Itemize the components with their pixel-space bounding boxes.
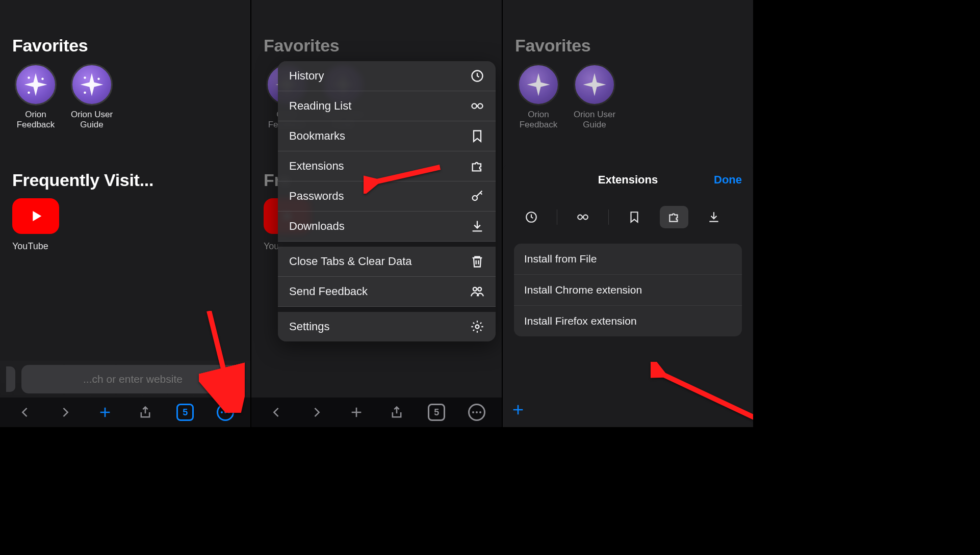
menu-item-label: Send Feedback	[289, 285, 368, 298]
favorites-row: Orion Feedback Orion User Guide	[503, 61, 753, 129]
install-option[interactable]: Install Chrome extension	[514, 275, 742, 306]
glasses-icon	[470, 99, 484, 113]
gear-icon	[470, 320, 484, 334]
more-menu-button[interactable]	[213, 400, 238, 425]
tabs-button[interactable]: 5	[173, 400, 197, 425]
forward-button[interactable]	[304, 400, 329, 425]
share-button[interactable]	[384, 400, 409, 425]
divider	[557, 209, 557, 225]
menu-item-label: Passwords	[289, 190, 344, 203]
screen-3-extensions: Favorites Orion Feedback Orion User Guid…	[503, 0, 754, 427]
frequently-visited-heading: Frequently Visit...	[0, 129, 250, 195]
clock-icon	[525, 210, 538, 224]
favorite-orion-feedback[interactable]: Orion Feedback	[12, 64, 59, 129]
svg-point-4	[97, 78, 100, 81]
install-options-list: Install from FileInstall Chrome extensio…	[514, 244, 742, 336]
svg-point-2	[28, 92, 30, 94]
favorite-label: Orion Feedback	[12, 110, 59, 129]
screen-2-menu: Favorites Orion Feedback Orion User Guid…	[251, 0, 503, 427]
clock-icon	[470, 69, 484, 83]
bottom-toolbar: 5	[251, 398, 502, 427]
orion-icon	[574, 64, 615, 105]
menu-item-download[interactable]: Downloads	[278, 212, 496, 242]
people-icon	[470, 284, 484, 299]
favorite-orion-feedback: Orion Feedback	[515, 64, 562, 129]
install-option[interactable]: Install from File	[514, 244, 742, 275]
trash-icon	[470, 254, 484, 269]
puzzle-icon	[470, 159, 484, 173]
menu-item-label: History	[289, 69, 324, 83]
favorite-label: Orion User Guide	[571, 110, 618, 129]
install-option[interactable]: Install Firefox extension	[514, 306, 742, 336]
favorites-heading: Favorites	[251, 0, 502, 61]
puzzle-icon	[667, 210, 681, 224]
orion-icon	[518, 64, 559, 105]
prev-tab-fragment[interactable]	[6, 366, 15, 392]
svg-point-3	[84, 76, 86, 79]
ext-tab-puzzle[interactable]	[660, 206, 688, 228]
favorite-label: Orion Feedback	[515, 110, 562, 129]
svg-point-1	[41, 78, 44, 81]
address-bar-zone	[0, 361, 250, 398]
bookmark-icon	[628, 210, 641, 224]
add-extension-button[interactable]	[506, 398, 530, 422]
done-button[interactable]: Done	[714, 173, 742, 187]
glasses-icon	[576, 210, 589, 224]
ext-tab-clock[interactable]	[517, 206, 546, 228]
ext-tab-download[interactable]	[700, 206, 728, 228]
back-button[interactable]	[264, 400, 289, 425]
favorite-orion-guide: Orion User Guide	[571, 64, 618, 129]
favorites-heading: Favorites	[0, 0, 250, 61]
share-button[interactable]	[133, 400, 158, 425]
bottom-toolbar: 5	[0, 398, 250, 427]
favorites-heading: Favorites	[503, 0, 753, 61]
tabs-button[interactable]: 5	[424, 400, 449, 425]
menu-item-key[interactable]: Passwords	[278, 181, 496, 212]
divider	[608, 209, 609, 225]
menu-item-bookmark[interactable]: Bookmarks	[278, 121, 496, 151]
favorite-label: Orion User Guide	[68, 110, 115, 129]
menu-item-puzzle[interactable]: Extensions	[278, 151, 496, 181]
menu-item-label: Bookmarks	[289, 129, 345, 143]
extensions-sheet: Extensions Done Install from FileInstall…	[503, 163, 753, 427]
screen-1-home: Favorites Orion Feedback Orion User Guid…	[0, 0, 251, 427]
more-menu-button[interactable]	[465, 400, 489, 425]
menu-item-label: Close Tabs & Clear Data	[289, 255, 412, 268]
menu-item-trash[interactable]: Close Tabs & Clear Data	[278, 247, 496, 277]
key-icon	[470, 189, 484, 203]
orion-icon	[15, 64, 57, 105]
new-tab-button[interactable]	[93, 400, 117, 425]
svg-point-0	[28, 76, 30, 79]
youtube-icon	[12, 198, 59, 234]
menu-item-glasses[interactable]: Reading List	[278, 91, 496, 121]
menu-item-label: Extensions	[289, 160, 344, 173]
address-input[interactable]	[21, 365, 244, 393]
ext-tab-glasses[interactable]	[569, 206, 597, 228]
forward-button[interactable]	[53, 400, 78, 425]
download-icon	[707, 210, 720, 224]
frequent-youtube[interactable]: YouTube	[0, 195, 61, 255]
menu-item-label: Reading List	[289, 99, 351, 113]
menu-item-clock[interactable]: History	[278, 61, 496, 91]
menu-item-gear[interactable]: Settings	[278, 312, 496, 341]
tabs-count: 5	[176, 404, 194, 421]
favorite-orion-guide[interactable]: Orion User Guide	[68, 64, 115, 129]
extensions-tab-bar	[514, 197, 742, 244]
back-button[interactable]	[13, 400, 37, 425]
favorites-row: Orion Feedback Orion User Guide	[0, 61, 250, 129]
overflow-menu: HistoryReading ListBookmarksExtensionsPa…	[278, 61, 496, 341]
menu-item-people[interactable]: Send Feedback	[278, 277, 496, 307]
tabs-count: 5	[428, 404, 445, 421]
menu-item-label: Settings	[289, 320, 330, 333]
new-tab-button[interactable]	[344, 400, 369, 425]
bookmark-icon	[470, 129, 484, 143]
menu-item-label: Downloads	[289, 220, 345, 233]
orion-icon	[71, 64, 113, 105]
download-icon	[470, 219, 484, 233]
extensions-header: Extensions Done	[514, 163, 742, 197]
ext-tab-bookmark[interactable]	[620, 206, 649, 228]
svg-point-5	[84, 92, 86, 94]
frequent-label: YouTube	[12, 234, 49, 252]
extensions-title: Extensions	[598, 173, 658, 187]
